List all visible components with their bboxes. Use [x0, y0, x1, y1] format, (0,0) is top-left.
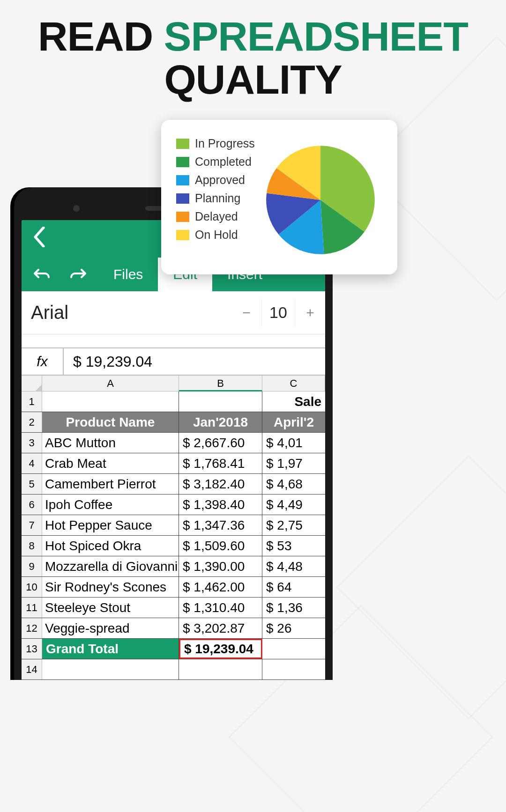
cell[interactable] [262, 639, 325, 659]
cell[interactable]: $ 4,49 [262, 495, 325, 515]
cell[interactable]: April'2 [262, 412, 325, 432]
cell[interactable]: Product Name [42, 412, 179, 432]
row-header[interactable]: 12 [22, 618, 42, 638]
cell[interactable]: Hot Pepper Sauce [42, 515, 179, 535]
table-row[interactable]: 3ABC Mutton$ 2,667.60$ 4,01 [22, 433, 325, 453]
table-row[interactable]: 14 [22, 659, 325, 680]
col-header-b[interactable]: B [179, 376, 262, 391]
cell[interactable]: ABC Mutton [42, 433, 179, 453]
cell[interactable]: $ 3,202.87 [179, 618, 262, 638]
cell[interactable]: Mozzarella di Giovanni [42, 556, 179, 576]
row-header[interactable]: 3 [22, 433, 42, 453]
cell[interactable]: Camembert Pierrot [42, 474, 179, 494]
legend-swatch-icon [176, 212, 189, 222]
table-row[interactable]: 1 Sale [22, 391, 325, 412]
headline-word2: SPREADSHEET [164, 13, 468, 59]
row-header[interactable]: 14 [22, 659, 42, 679]
cell[interactable]: $ 1,398.40 [179, 495, 262, 515]
legend-swatch-icon [176, 193, 189, 204]
font-toolbar: Arial − 10 + [22, 291, 325, 334]
cell[interactable] [179, 391, 262, 412]
tab-files[interactable]: Files [98, 258, 158, 291]
cell[interactable] [262, 659, 325, 679]
row-header[interactable]: 13 [22, 639, 42, 659]
pie-chart [255, 137, 386, 263]
row-header[interactable]: 5 [22, 474, 42, 494]
cell[interactable]: $ 4,48 [262, 556, 325, 576]
cell[interactable]: Sale [262, 391, 325, 412]
legend-item: Completed [176, 155, 255, 169]
cell[interactable]: $ 1,310.40 [179, 598, 262, 618]
table-row[interactable]: 6Ipoh Coffee$ 1,398.40$ 4,49 [22, 495, 325, 515]
col-header-a[interactable]: A [42, 376, 179, 391]
row-header[interactable]: 4 [22, 453, 42, 473]
select-all-corner[interactable] [22, 376, 42, 391]
row-header[interactable]: 7 [22, 515, 42, 535]
font-size-increase-button[interactable]: + [295, 305, 325, 321]
cell[interactable]: Grand Total [42, 639, 179, 659]
cell[interactable]: $ 64 [262, 577, 325, 597]
back-icon[interactable] [33, 227, 46, 251]
cell[interactable]: $ 4,68 [262, 474, 325, 494]
spreadsheet-grid[interactable]: A B C 1 Sale 2 Product Name Jan'2018 Apr… [22, 376, 325, 680]
formula-input[interactable]: $ 19,239.04 [64, 348, 325, 375]
table-row[interactable]: 7Hot Pepper Sauce$ 1,347.36$ 2,75 [22, 515, 325, 536]
row-header[interactable]: 10 [22, 577, 42, 597]
cell[interactable]: Jan'2018 [179, 412, 262, 432]
row-header[interactable]: 6 [22, 495, 42, 515]
legend-swatch-icon [176, 139, 189, 149]
table-row[interactable]: 11Steeleye Stout$ 1,310.40$ 1,36 [22, 598, 325, 618]
font-size-value[interactable]: 10 [261, 299, 295, 326]
table-row[interactable]: 5Camembert Pierrot$ 3,182.40$ 4,68 [22, 474, 325, 495]
cell[interactable] [42, 391, 179, 412]
table-row[interactable]: 9Mozzarella di Giovanni$ 1,390.00$ 4,48 [22, 556, 325, 577]
cell[interactable]: $ 1,36 [262, 598, 325, 618]
cell[interactable] [179, 659, 262, 679]
total-row[interactable]: 13 Grand Total $ 19,239.04 [22, 639, 325, 659]
cell[interactable]: $ 1,462.00 [179, 577, 262, 597]
cell[interactable]: $ 3,182.40 [179, 474, 262, 494]
headline: READ SPREADSHEET QUALITY [0, 0, 506, 102]
cell[interactable]: Ipoh Coffee [42, 495, 179, 515]
cell[interactable]: $ 2,75 [262, 515, 325, 535]
cell[interactable]: Crab Meat [42, 453, 179, 473]
chart-card: In ProgressCompletedApprovedPlanningDela… [161, 120, 397, 274]
cell[interactable]: $ 26 [262, 618, 325, 638]
legend-label: Approved [195, 173, 245, 187]
cell[interactable]: $ 1,97 [262, 453, 325, 473]
cell[interactable]: $ 53 [262, 536, 325, 556]
cell[interactable]: $ 19,239.04 [179, 639, 262, 659]
legend-swatch-icon [176, 157, 189, 167]
table-row[interactable]: 4Crab Meat$ 1,768.41$ 1,97 [22, 453, 325, 474]
row-header[interactable]: 9 [22, 556, 42, 576]
table-row[interactable]: 12Veggie-spread$ 3,202.87$ 26 [22, 618, 325, 639]
font-size-decrease-button[interactable]: − [231, 305, 261, 321]
cell[interactable] [42, 659, 179, 679]
row-header[interactable]: 2 [22, 412, 42, 432]
row-header[interactable]: 11 [22, 598, 42, 618]
col-header-c[interactable]: C [262, 376, 325, 391]
cell[interactable]: Veggie-spread [42, 618, 179, 638]
table-row[interactable]: 8 Hot Spiced Okra$ 1,509.60$ 53 [22, 536, 325, 556]
row-header[interactable]: 8 [22, 536, 42, 556]
chart-legend: In ProgressCompletedApprovedPlanningDela… [176, 137, 255, 263]
camera-dot-icon [73, 205, 80, 212]
cell[interactable]: $ 1,390.00 [179, 556, 262, 576]
cell[interactable]: Sir Rodney's Scones [42, 577, 179, 597]
cell[interactable]: $ 1,347.36 [179, 515, 262, 535]
cell[interactable]: Hot Spiced Okra [42, 536, 179, 556]
cell[interactable]: Steeleye Stout [42, 598, 179, 618]
cell[interactable]: $ 1,768.41 [179, 453, 262, 473]
table-row[interactable]: 10Sir Rodney's Scones$ 1,462.00$ 64 [22, 577, 325, 598]
font-name-select[interactable]: Arial [22, 302, 231, 323]
row-header[interactable]: 1 [22, 391, 42, 412]
redo-icon[interactable] [69, 267, 87, 282]
cell[interactable]: $ 4,01 [262, 433, 325, 453]
cell[interactable]: $ 1,509.60 [179, 536, 262, 556]
headline-word1: READ [38, 13, 153, 59]
legend-item: Approved [176, 173, 255, 187]
table-header-row[interactable]: 2 Product Name Jan'2018 April'2 [22, 412, 325, 433]
cell[interactable]: $ 2,667.60 [179, 433, 262, 453]
column-headers: A B C [22, 376, 325, 391]
undo-icon[interactable] [33, 267, 51, 282]
